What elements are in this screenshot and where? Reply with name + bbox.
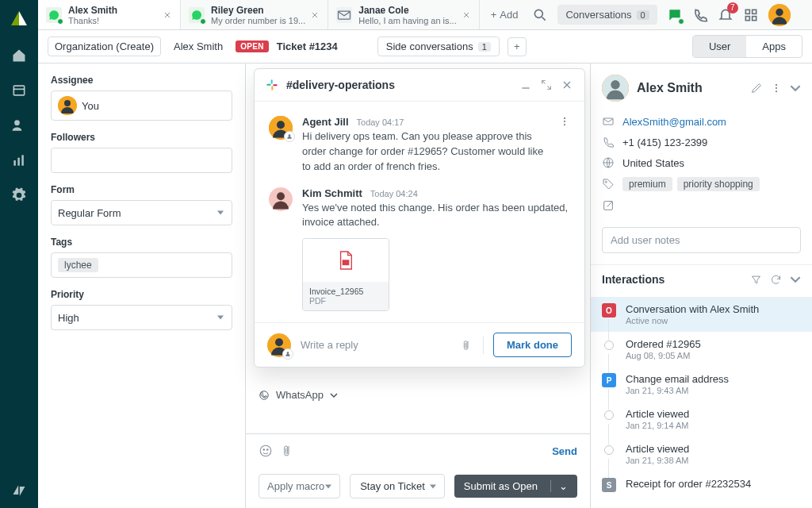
user-context-panel: Alex Smith AlexSmith@gmail.com +1 (415) …: [590, 64, 812, 508]
attachment-icon[interactable]: [282, 444, 295, 458]
form-label: Form: [51, 184, 232, 195]
form-select[interactable]: Regular Form: [51, 200, 232, 225]
close-icon[interactable]: [310, 10, 320, 20]
search-icon[interactable]: [532, 7, 548, 23]
close-icon[interactable]: [561, 79, 573, 91]
user-location: United States: [622, 157, 684, 169]
tag-chip: lychee: [58, 258, 98, 272]
breadcrumb-bar: Organization (Create) Alex Smith OPEN Ti…: [38, 30, 812, 64]
more-icon[interactable]: [771, 83, 782, 94]
email-icon: [336, 7, 352, 23]
filter-icon[interactable]: [750, 274, 762, 286]
add-side-conversation-button[interactable]: +: [508, 37, 527, 56]
panel-toggle: User Apps: [692, 35, 802, 58]
timeline-item[interactable]: Ordered #12965Aug 08, 9:05 AM: [591, 332, 812, 367]
user-tab[interactable]: User: [693, 36, 746, 57]
tab-title: Alex Smith: [68, 5, 158, 16]
user-notes-input[interactable]: Add user notes: [602, 227, 801, 253]
timeline-item[interactable]: P Change email addressJan 21, 9:43 AM: [591, 367, 812, 402]
chat-icon[interactable]: [667, 7, 683, 23]
apps-tab[interactable]: Apps: [746, 36, 802, 57]
status-open-icon: O: [602, 303, 616, 318]
close-icon[interactable]: [462, 10, 471, 20]
ticket-number: Ticket #1234: [277, 40, 338, 52]
admin-gear-icon[interactable]: [11, 187, 27, 203]
interactions-title: Interactions: [602, 273, 742, 286]
svg-rect-9: [752, 10, 756, 13]
reply-input[interactable]: Write a reply: [301, 339, 453, 351]
phone-icon[interactable]: [692, 7, 708, 23]
mark-done-button[interactable]: Mark done: [493, 333, 572, 357]
svg-rect-20: [271, 79, 273, 83]
svg-rect-10: [745, 16, 749, 20]
svg-rect-23: [273, 84, 277, 86]
reporting-icon[interactable]: [11, 152, 27, 168]
notifications-badge: 7: [727, 2, 738, 13]
svg-rect-6: [339, 11, 350, 19]
customers-icon[interactable]: [11, 117, 27, 133]
svg-point-27: [564, 117, 565, 119]
svg-point-29: [564, 124, 565, 125]
notifications-icon[interactable]: 7: [718, 7, 733, 23]
attachment[interactable]: Invoice_12965 PDF: [302, 238, 389, 311]
chevron-down-icon[interactable]: [790, 83, 801, 94]
side-conversation-card: #delivery-operations Agent Jill Today 04…: [254, 68, 585, 368]
stay-on-ticket-button[interactable]: Stay on Ticket: [350, 474, 445, 498]
tags-field[interactable]: lychee: [51, 252, 232, 278]
chevron-down-icon: [330, 391, 338, 399]
tab-conversation-2[interactable]: Riley Green My order number is 19...: [181, 0, 328, 29]
user-avatar: [602, 75, 629, 102]
minimize-icon[interactable]: [519, 79, 532, 91]
refresh-icon[interactable]: [770, 274, 782, 286]
chevron-down-icon[interactable]: [790, 274, 801, 285]
close-icon[interactable]: [163, 10, 172, 20]
chevron-down-icon[interactable]: ⌄: [550, 480, 568, 492]
timeline-item[interactable]: Article viewedJan 21, 9:14 AM: [591, 402, 812, 437]
tab-subtitle: Hello, I am having an is...: [358, 16, 457, 25]
conversation-panel: WhatsApp Send Apply macro Stay on Ticket…: [246, 64, 590, 508]
apps-grid-icon[interactable]: [743, 7, 759, 23]
tab-conversation-3[interactable]: Janae Cole Hello, I am having an is...: [328, 0, 480, 29]
composer: Send Apply macro Stay on Ticket Submit a…: [246, 433, 590, 508]
zendesk-icon[interactable]: [11, 483, 27, 498]
home-icon[interactable]: [11, 48, 27, 64]
svg-point-26: [289, 134, 291, 137]
conversations-button[interactable]: Conversations 0: [557, 5, 657, 25]
timeline-item[interactable]: Article viewedJan 21, 9:38 AM: [591, 437, 812, 471]
more-icon[interactable]: [559, 116, 570, 127]
attachment-icon[interactable]: [462, 338, 473, 352]
emoji-icon[interactable]: [259, 444, 273, 458]
timeline-item[interactable]: S Receipt for order #2232534: [591, 471, 812, 498]
macro-select[interactable]: Apply macro: [259, 474, 340, 498]
followers-field[interactable]: [51, 148, 232, 173]
send-button[interactable]: Send: [552, 445, 577, 457]
assignee-field[interactable]: You: [51, 90, 232, 121]
svg-point-17: [260, 445, 271, 456]
views-icon[interactable]: [11, 83, 27, 98]
submit-button[interactable]: Submit as Open ⌄: [454, 475, 577, 498]
priority-label: Priority: [51, 289, 232, 300]
tag-icon: [602, 178, 615, 190]
edit-icon[interactable]: [750, 82, 763, 94]
svg-point-7: [535, 10, 543, 17]
message-text: Hi delivery ops team. Can you please app…: [302, 129, 550, 175]
channel-indicator[interactable]: WhatsApp: [246, 381, 590, 407]
tab-conversation-1[interactable]: Alex Smith Thanks!: [38, 0, 181, 29]
add-tab-button[interactable]: + Add: [486, 6, 523, 24]
tab-subtitle: My order number is 19...: [211, 16, 305, 25]
svg-point-40: [776, 90, 777, 92]
priority-select[interactable]: High: [51, 305, 232, 330]
svg-point-38: [776, 84, 777, 86]
svg-rect-41: [603, 118, 613, 125]
tab-subtitle: Thanks!: [68, 16, 158, 25]
conversations-count: 0: [637, 10, 649, 20]
expand-icon[interactable]: [540, 79, 553, 91]
interactions-timeline: O Conversation with Alex SmithActive now…: [591, 294, 812, 508]
user-avatar[interactable]: [768, 4, 791, 26]
user-crumb[interactable]: Alex Smith: [169, 37, 228, 56]
user-email[interactable]: AlexSmith@gmail.com: [622, 116, 726, 128]
side-conversations-button[interactable]: Side conversations 1: [377, 37, 500, 56]
svg-rect-5: [21, 155, 24, 165]
org-crumb[interactable]: Organization (Create): [48, 37, 161, 56]
timeline-item[interactable]: O Conversation with Alex SmithActive now: [591, 297, 812, 332]
